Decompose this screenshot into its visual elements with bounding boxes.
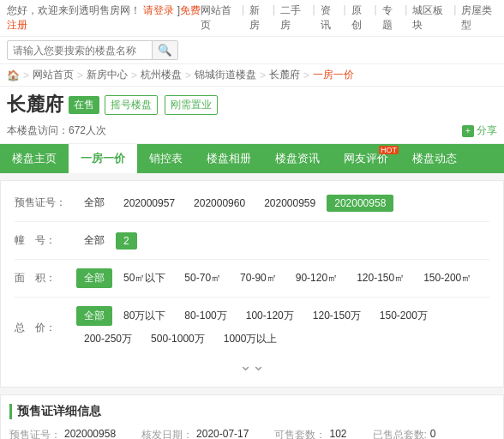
- available-item: 可售套数： 102: [274, 428, 346, 439]
- filter-price-label: 总 价：: [9, 303, 71, 352]
- filter-option[interactable]: 全部: [76, 268, 112, 288]
- total-sold-label: 已售总套数:: [373, 428, 427, 439]
- available-value: 102: [329, 428, 346, 439]
- filter-option[interactable]: 80万以下: [116, 306, 173, 326]
- tab-bar: 楼盘主页一房一价销控表楼盘相册楼盘资讯网友评价HOT楼盘动态: [0, 144, 504, 173]
- filter-option[interactable]: 90-120㎡: [288, 268, 345, 288]
- cert-info: 预售证号： 202000958 核发日期： 2020-07-17 可售套数： 1…: [9, 428, 495, 439]
- search-bar: 🔍: [0, 37, 504, 64]
- filter-option[interactable]: 150-200㎡: [416, 268, 479, 288]
- issue-date-label: 核发日期：: [141, 428, 193, 439]
- issue-date-value: 2020-07-17: [196, 428, 249, 439]
- badge-on-sale: 在售: [69, 96, 99, 114]
- filter-option[interactable]: 500-1000万: [143, 329, 213, 349]
- badge-lottery[interactable]: 摇号楼盘: [105, 95, 158, 115]
- filter-option[interactable]: 100-120万: [238, 306, 302, 326]
- property-title: 长麓府: [7, 92, 63, 117]
- share-button[interactable]: + 分享: [462, 123, 497, 138]
- filter-option[interactable]: 1000万以上: [216, 329, 285, 349]
- filter-area-row: 面 积： 全部50㎡以下50-70㎡70-90㎡90-120㎡120-150㎡1…: [9, 265, 495, 292]
- filter-cert-options: 全部202000957202000960202000959202000958: [76, 193, 489, 213]
- filter-price-row: 总 价： 全部80万以下80-100万100-120万120-150万150-2…: [9, 303, 495, 352]
- filter-option[interactable]: 50-70㎡: [177, 268, 229, 288]
- tab-info[interactable]: 楼盘资讯: [263, 144, 332, 173]
- search-wrap: 🔍: [7, 40, 178, 60]
- filter-cert-label: 预售证号：: [9, 189, 71, 216]
- filter-option[interactable]: 120-150㎡: [349, 268, 412, 288]
- total-sold-item: 已售总套数: 0: [373, 428, 436, 439]
- filter-area-options: 全部50㎡以下50-70㎡70-90㎡90-120㎡120-150㎡150-20…: [76, 268, 489, 288]
- cert-no-value: 202000958: [64, 428, 116, 439]
- filter-cert-row: 预售证号： 全部20200095720200096020200095920200…: [9, 189, 495, 216]
- filter-table: 预售证号： 全部20200095720200096020200095920200…: [9, 189, 495, 352]
- filter-building-label: 幢 号：: [9, 227, 71, 254]
- greeting-area: 您好，欢迎来到透明售房网！ 请登录 ]免费注册: [7, 3, 201, 33]
- total-sold-value: 0: [430, 428, 436, 439]
- filter-option[interactable]: 全部: [76, 306, 112, 326]
- filter-option[interactable]: 70-90㎡: [232, 268, 285, 288]
- filter-option[interactable]: 202000960: [186, 195, 253, 212]
- nav-district[interactable]: 城区板块: [412, 3, 448, 33]
- filter-option[interactable]: 80-100万: [177, 306, 234, 326]
- cert-no-label: 预售证号：: [9, 428, 61, 439]
- filter-option[interactable]: 全部: [76, 193, 112, 213]
- filter-option[interactable]: 2: [116, 232, 137, 250]
- main-content: 预售证号： 全部20200095720200096020200095920200…: [0, 180, 504, 388]
- breadcrumb-new-center[interactable]: 新房中心: [87, 68, 128, 82]
- breadcrumb-icon: 🏠: [7, 69, 20, 81]
- breadcrumb-current: 一房一价: [313, 68, 354, 82]
- cert-section-title: 预售证详细信息: [9, 404, 495, 419]
- badge-new-buyer[interactable]: 刚需置业: [165, 95, 218, 115]
- filter-option[interactable]: 202000959: [256, 195, 323, 212]
- tab-main[interactable]: 楼盘主页: [0, 144, 69, 173]
- nav-special[interactable]: 专题: [382, 3, 400, 33]
- visit-count: 本楼盘访问：672人次: [7, 123, 106, 138]
- tab-album[interactable]: 楼盘相册: [195, 144, 263, 173]
- tab-sales[interactable]: 销控表: [137, 144, 195, 173]
- visit-row: 本楼盘访问：672人次 + 分享: [0, 121, 504, 144]
- breadcrumb-jincheng[interactable]: 锦城街道楼盘: [195, 68, 256, 82]
- property-header: 长麓府 在售 摇号楼盘 刚需置业: [0, 87, 504, 121]
- filter-area-label: 面 积：: [9, 265, 71, 292]
- tab-review[interactable]: 网友评价HOT: [332, 144, 400, 173]
- tab-price[interactable]: 一房一价: [69, 144, 137, 173]
- filter-option[interactable]: 202000957: [116, 195, 183, 212]
- issue-date-item: 核发日期： 2020-07-17: [141, 428, 249, 439]
- filter-option[interactable]: 200-250万: [76, 329, 140, 349]
- breadcrumb-property[interactable]: 长麓府: [269, 68, 300, 82]
- login-link[interactable]: 请登录: [143, 4, 174, 16]
- nav-news[interactable]: 资讯: [321, 3, 339, 33]
- filter-price-options: 全部80万以下80-100万100-120万120-150万150-200万20…: [76, 306, 489, 349]
- search-button[interactable]: 🔍: [152, 41, 177, 59]
- filter-building-options: 全部2: [76, 231, 489, 250]
- breadcrumb-home[interactable]: 网站首页: [33, 68, 74, 82]
- cert-detail-section: 预售证详细信息 预售证号： 202000958 核发日期： 2020-07-17…: [0, 394, 504, 439]
- filter-option[interactable]: 150-200万: [372, 306, 435, 326]
- top-nav: 网站首页 | 新房 | 二手房 | 资讯 | 原创 | 专题 | 城区板块 | …: [201, 3, 497, 33]
- filter-option[interactable]: 120-150万: [305, 306, 369, 326]
- filter-option[interactable]: 全部: [76, 231, 112, 250]
- greeting-text: 您好，欢迎来到透明售房网！: [7, 4, 141, 16]
- nav-by-type[interactable]: 房屋类型: [461, 3, 497, 33]
- filter-option[interactable]: 50㎡以下: [116, 268, 173, 288]
- share-icon: +: [462, 125, 474, 137]
- more-arrow[interactable]: ⌄⌄: [9, 352, 495, 378]
- tab-dynamic[interactable]: 楼盘动态: [400, 144, 469, 173]
- breadcrumb-hangzhou[interactable]: 杭州楼盘: [141, 68, 182, 82]
- breadcrumb: 🏠 > 网站首页 > 新房中心 > 杭州楼盘 > 锦城街道楼盘 > 长麓府 > …: [0, 64, 504, 87]
- available-label: 可售套数：: [274, 428, 326, 439]
- nav-original[interactable]: 原创: [351, 3, 369, 33]
- filter-option[interactable]: 202000958: [327, 195, 393, 212]
- search-input[interactable]: [8, 42, 152, 59]
- cert-no-item: 预售证号： 202000958: [9, 428, 116, 439]
- nav-second-hand[interactable]: 二手房: [280, 3, 307, 33]
- nav-new-houses[interactable]: 新房: [249, 3, 267, 33]
- top-bar: 您好，欢迎来到透明售房网！ 请登录 ]免费注册 网站首页 | 新房 | 二手房 …: [0, 0, 504, 37]
- share-label: 分享: [477, 123, 497, 138]
- hot-badge: HOT: [379, 146, 399, 154]
- nav-home[interactable]: 网站首页: [201, 3, 237, 33]
- filter-building-row: 幢 号： 全部2: [9, 227, 495, 254]
